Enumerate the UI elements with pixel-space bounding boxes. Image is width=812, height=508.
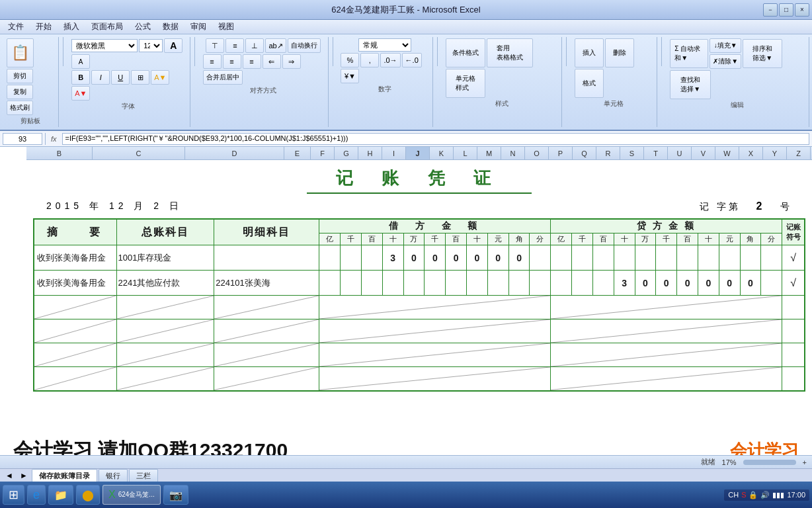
comma-style-button[interactable]: ,	[360, 53, 379, 67]
col-header-p[interactable]: P	[549, 147, 573, 159]
close-button[interactable]: ×	[795, 3, 809, 17]
col-header-n[interactable]: N	[501, 147, 525, 159]
col-header-s[interactable]: S	[620, 147, 644, 159]
wrap-text-button[interactable]: 自动换行	[288, 38, 321, 53]
border-button[interactable]: ⊞	[131, 70, 149, 85]
formula-input[interactable]	[62, 133, 809, 145]
italic-button[interactable]: I	[91, 70, 110, 85]
window-controls[interactable]: － □ ×	[763, 3, 809, 17]
row2-d3	[361, 271, 382, 296]
col-header-x[interactable]: X	[739, 147, 763, 159]
cell-reference-box[interactable]	[3, 133, 42, 145]
font-size-select[interactable]: 12	[139, 39, 163, 52]
find-select-button[interactable]: 查找和选择▼	[670, 70, 711, 99]
decrease-font-button[interactable]: A	[71, 54, 90, 69]
fill-button[interactable]: ↓填充▼	[710, 38, 741, 53]
col-header-d[interactable]: D	[185, 147, 284, 159]
zoom-in-button[interactable]: +	[803, 458, 807, 466]
col-header-l[interactable]: L	[454, 147, 477, 159]
menu-item-home[interactable]: 开始	[30, 20, 57, 34]
font-color-button[interactable]: A▼	[71, 86, 90, 101]
orientation-button[interactable]: ab↗	[265, 38, 286, 53]
taskbar-explorer-button[interactable]: 📁	[48, 485, 73, 505]
format-painter-button[interactable]: 格式刷	[7, 101, 33, 115]
col-header-g[interactable]: G	[335, 147, 358, 159]
title-bar: 624金马笼建期手工账 - Microsoft Excel － □ ×	[0, 0, 812, 20]
sort-filter-button[interactable]: 排序和筛选▼	[743, 39, 782, 68]
col-header-i[interactable]: I	[382, 147, 406, 159]
increase-font-button[interactable]: A	[164, 38, 183, 53]
paste-button[interactable]: 📋	[7, 38, 34, 67]
col-header-y[interactable]: Y	[763, 147, 787, 159]
col-header-w[interactable]: W	[715, 147, 739, 159]
menu-item-formulas[interactable]: 公式	[130, 20, 156, 34]
col-header-h[interactable]: H	[358, 147, 382, 159]
col-header-u[interactable]: U	[668, 147, 692, 159]
col-header-t[interactable]: T	[644, 147, 668, 159]
col-header-v[interactable]: V	[692, 147, 715, 159]
menu-item-page-layout[interactable]: 页面布局	[86, 20, 128, 34]
indent-increase-button[interactable]: ⇒	[282, 54, 301, 69]
format-cell-button[interactable]: 格式	[575, 69, 604, 98]
fill-color-button[interactable]: A▼	[151, 70, 169, 85]
col-header-q[interactable]: Q	[573, 147, 596, 159]
cell-style-button[interactable]: 单元格样式	[446, 69, 485, 98]
menu-item-review[interactable]: 审阅	[185, 20, 212, 34]
align-left-button[interactable]: ≡	[203, 54, 222, 69]
table-format-button[interactable]: 套用表格格式	[487, 38, 533, 67]
align-center-button[interactable]: ≡	[223, 54, 241, 69]
sheet-tab-3[interactable]: 三栏	[129, 469, 158, 482]
maximize-button[interactable]: □	[779, 3, 793, 17]
col-header-k[interactable]: K	[430, 147, 454, 159]
cut-button[interactable]: 剪切	[7, 69, 33, 83]
align-bottom-button[interactable]: ⊥	[245, 38, 264, 53]
delete-cell-button[interactable]: 删除	[605, 38, 634, 67]
menu-item-view[interactable]: 视图	[213, 20, 239, 34]
sheet-tab-2[interactable]: 银行	[99, 469, 128, 482]
row3-detail	[214, 296, 319, 319]
clear-button[interactable]: ✗清除▼	[710, 54, 741, 69]
sheet-nav-left[interactable]: ◄	[3, 471, 16, 480]
font-name-select[interactable]: 微软雅黑	[71, 39, 138, 52]
bold-button[interactable]: B	[71, 70, 90, 85]
col-header-e[interactable]: E	[284, 147, 311, 159]
menu-item-file[interactable]: 文件	[3, 20, 29, 34]
menu-item-insert[interactable]: 插入	[58, 20, 85, 34]
insert-cell-button[interactable]: 插入	[575, 38, 604, 67]
col-header-c[interactable]: C	[93, 147, 185, 159]
row5-debit	[319, 343, 551, 367]
underline-button[interactable]: U	[111, 70, 130, 85]
increase-decimal-button[interactable]: .0→	[380, 53, 400, 67]
col-header-r[interactable]: R	[596, 147, 620, 159]
minimize-button[interactable]: －	[763, 3, 778, 17]
sheet-nav-right[interactable]: ►	[17, 471, 30, 480]
indent-decrease-button[interactable]: ⇐	[263, 54, 281, 69]
col-header-o[interactable]: O	[525, 147, 549, 159]
conditional-formatting-button[interactable]: 条件格式	[446, 38, 485, 67]
col-header-j[interactable]: J	[406, 147, 430, 159]
align-top-button[interactable]: ⊤	[206, 38, 224, 53]
taskbar-ie-button[interactable]: e	[27, 485, 46, 505]
align-right-button[interactable]: ≡	[243, 54, 261, 69]
th-credit-jiao: 角	[740, 233, 761, 245]
col-header-m[interactable]: M	[477, 147, 501, 159]
styles-label: 样式	[495, 99, 508, 108]
currency-button[interactable]: ¥▼	[341, 69, 359, 83]
col-header-f[interactable]: F	[311, 147, 335, 159]
merge-center-button[interactable]: 合并后居中	[203, 70, 243, 85]
sheet-tab-1[interactable]: 储存款账簿目录	[32, 469, 97, 482]
decrease-decimal-button[interactable]: ←.0	[402, 53, 422, 67]
col-header-z[interactable]: Z	[787, 147, 811, 159]
taskbar-excel-button[interactable]: X 624金马笼...	[102, 485, 161, 505]
col-header-b[interactable]: B	[26, 147, 93, 159]
menu-item-data[interactable]: 数据	[157, 20, 184, 34]
zoom-slider[interactable]	[743, 460, 796, 465]
number-format-select[interactable]: 常规	[358, 38, 411, 52]
percent-style-button[interactable]: %	[341, 53, 359, 67]
copy-button[interactable]: 复制	[7, 85, 33, 99]
taskbar-chrome-button[interactable]: ⬤	[76, 485, 100, 505]
taskbar-camera-button[interactable]: 📷	[163, 485, 188, 505]
start-button[interactable]: ⊞	[3, 485, 24, 505]
align-middle-button[interactable]: ≡	[225, 38, 244, 53]
autosum-button[interactable]: Σ 自动求和▼	[670, 39, 708, 68]
